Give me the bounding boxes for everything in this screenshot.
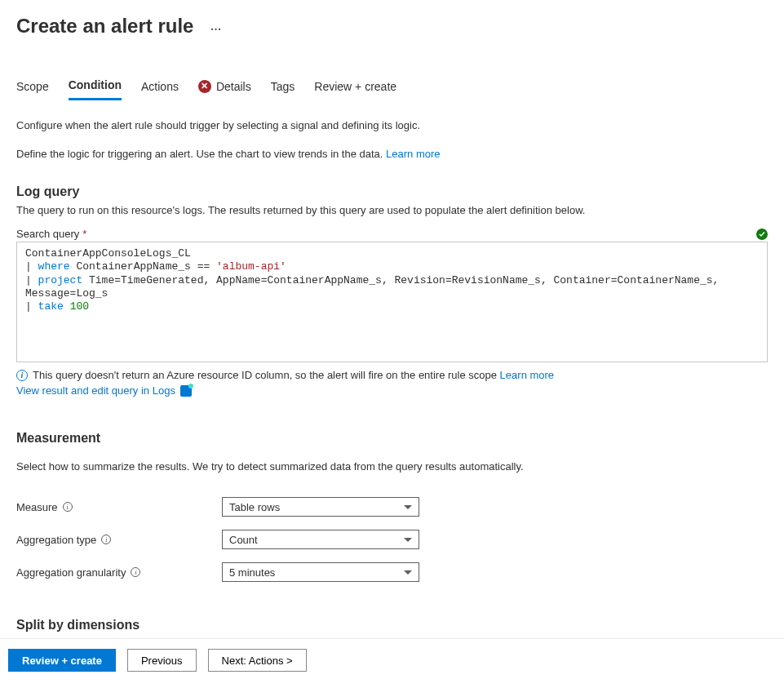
more-menu-icon[interactable]: … [210,20,221,33]
previous-button[interactable]: Previous [127,649,197,672]
code-pipe3: | [25,300,38,313]
split-heading: Split by dimensions [16,618,768,633]
open-in-logs-icon[interactable] [180,385,192,397]
chevron-down-icon [404,505,412,509]
tab-details-label: Details [216,80,251,93]
footer-bar: Review + create Previous Next: Actions > [0,638,784,688]
aggregation-granularity-label: Aggregation granularity [16,566,126,579]
query-info-text: This query doesn't return an Azure resou… [33,369,500,381]
code-where-kw: where [38,260,70,273]
info-icon: i [16,370,28,381]
code-project-kw: project [38,274,83,286]
code-take-sp [64,300,70,313]
aggregation-granularity-value: 5 minutes [229,566,275,579]
review-create-button[interactable]: Review + create [8,649,116,672]
view-in-logs-link[interactable]: View result and edit query in Logs [16,384,175,397]
intro-line2: Define the logic for triggering an alert… [16,148,768,160]
code-project-cols: Time=TimeGenerated, AppName=ContainerApp… [25,274,725,300]
tab-scope[interactable]: Scope [16,78,49,100]
code-pipe2: | [25,274,38,286]
info-outline-icon[interactable]: i [101,535,111,544]
aggregation-type-label: Aggregation type [16,534,96,546]
search-query-editor[interactable]: ContainerAppConsoleLogs_CL | where Conta… [16,242,768,362]
code-where-cond: ContainerAppName_s == [70,260,216,273]
chevron-down-icon [404,538,412,542]
code-where-val: 'album-api' [216,260,286,273]
code-table: ContainerAppConsoleLogs_CL [25,247,191,260]
tab-details[interactable]: ✕ Details [198,78,251,100]
tab-review[interactable]: Review + create [314,78,396,100]
intro-line1: Configure when the alert rule should tri… [16,119,768,131]
log-query-desc: The query to run on this resource's logs… [16,204,768,216]
code-take-kw: take [38,300,64,313]
query-info-row: i This query doesn't return an Azure res… [16,369,768,381]
tab-bar: Scope Condition Actions ✕ Details Tags R… [16,78,768,101]
error-icon: ✕ [198,80,211,93]
measure-select[interactable]: Table rows [222,497,419,517]
measure-value: Table rows [229,501,280,513]
learn-more-link[interactable]: Learn more [386,148,440,160]
log-query-heading: Log query [16,184,768,199]
search-query-label: Search query [16,228,79,240]
measurement-desc: Select how to summarize the results. We … [16,460,768,473]
query-info-link[interactable]: Learn more [500,369,554,381]
aggregation-type-select[interactable]: Count [222,530,419,549]
chevron-down-icon [404,570,412,575]
code-take-n: 100 [70,300,89,313]
info-outline-icon[interactable]: i [63,502,73,512]
tab-condition[interactable]: Condition [69,78,122,100]
valid-check-icon [756,229,768,240]
code-pipe1: | [25,260,38,273]
page-title: Create an alert rule [16,15,193,38]
aggregation-granularity-select[interactable]: 5 minutes [222,562,419,582]
tab-tags[interactable]: Tags [271,78,295,100]
info-outline-icon[interactable]: i [131,567,140,577]
aggregation-type-value: Count [229,534,258,546]
measure-label: Measure [16,501,58,513]
measurement-heading: Measurement [16,431,768,446]
next-button[interactable]: Next: Actions > [208,649,307,672]
tab-actions[interactable]: Actions [141,78,179,100]
required-indicator: * [82,228,86,240]
intro-line2-text: Define the logic for triggering an alert… [16,148,386,160]
